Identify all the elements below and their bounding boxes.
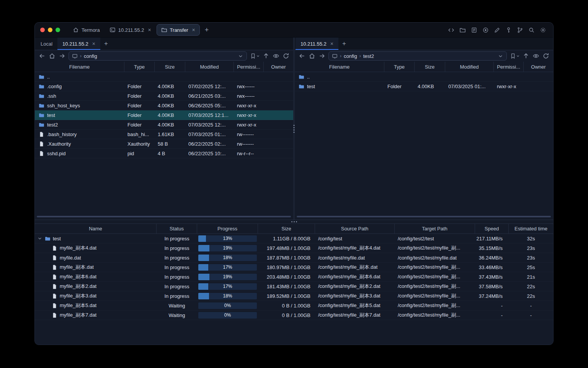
transfer-status: Waiting	[157, 310, 197, 320]
right-add-tab-button[interactable]: +	[338, 38, 350, 50]
left-file-row-ssh[interactable]: .sshFolder4.00KB06/21/2025 03:...rwx----…	[35, 91, 293, 101]
breadcrumb-segment-config[interactable]: config	[84, 53, 97, 59]
refresh-icon[interactable]	[542, 53, 549, 59]
chevron-down-icon[interactable]	[498, 53, 503, 59]
back-icon[interactable]	[299, 53, 305, 59]
right-tab-10-211-55-2[interactable]: 10.211.55.2×	[296, 38, 338, 50]
left-file-row-test[interactable]: testFolder4.00KB07/03/2025 12:1...rwxr-x…	[35, 110, 293, 120]
chevron-down-icon[interactable]	[238, 53, 243, 59]
column-header-owner[interactable]: Owner	[264, 62, 293, 72]
transfer-column-header-estimated-time[interactable]: Estimated time	[509, 224, 553, 233]
left-file-row-item[interactable]: ..	[35, 72, 293, 82]
column-header-type[interactable]: Type	[124, 62, 155, 72]
transfer-row-myfile-7-dat[interactable]: myfile_副本7.datWaiting0%0 B / 1.00GB/conf…	[35, 310, 553, 320]
forward-icon[interactable]	[318, 53, 325, 59]
show-hidden-files-icon[interactable]	[273, 53, 279, 59]
collapse-icon[interactable]	[37, 236, 42, 241]
transfer-column-header-speed[interactable]: Speed	[475, 224, 509, 233]
left-path-field[interactable]: ›config	[69, 51, 247, 61]
file-owner	[264, 91, 293, 100]
search-icon[interactable]	[528, 27, 535, 33]
gear-icon[interactable]	[540, 27, 546, 33]
transfer-column-header-status[interactable]: Status	[157, 224, 197, 233]
close-window-button[interactable]	[40, 28, 45, 32]
close-icon[interactable]: ×	[329, 41, 333, 46]
bookmark-icon[interactable]	[250, 53, 260, 59]
transfer-row-myfile-dat[interactable]: myfile.datIn progress18%187.87MB / 1.00G…	[35, 253, 553, 263]
home-icon[interactable]	[49, 53, 56, 59]
right-horizontal-scrollbar[interactable]	[297, 216, 551, 217]
transfer-column-header-target-path[interactable]: Target Path	[395, 224, 475, 233]
left-tab-local[interactable]: Local	[36, 38, 57, 50]
transfer-column-header-name[interactable]: Name	[35, 224, 157, 233]
transfer-row-myfile-4-dat[interactable]: myfile_副本4.datIn progress19%197.48MB / 1…	[35, 243, 553, 253]
transfer-name: myfile_副本7.dat	[60, 312, 96, 319]
transfer-row-myfile-6-dat[interactable]: myfile_副本6.datIn progress19%203.48MB / 1…	[35, 272, 553, 282]
minimize-window-button[interactable]	[48, 28, 52, 32]
column-header-modified[interactable]: Modified	[185, 62, 234, 72]
back-icon[interactable]	[39, 53, 46, 59]
left-file-row-bash-history[interactable]: .bash_historybash_hi...1.61KB07/03/2025 …	[35, 130, 293, 139]
transfer-row-test[interactable]: testIn progress13%1.11GB / 8.00GB/config…	[35, 234, 553, 243]
left-file-row-test2[interactable]: test2Folder4.00KB07/03/2025 12:...rwxr-x…	[35, 120, 293, 130]
column-header-owner[interactable]: Owner	[524, 62, 553, 72]
column-header-size[interactable]: Size	[415, 62, 445, 72]
file-modified: 07/02/2025 12:...	[185, 82, 234, 91]
window-tab-transfer[interactable]: Transfer×	[157, 24, 200, 36]
refresh-icon[interactable]	[283, 53, 289, 59]
branch-icon[interactable]	[517, 27, 523, 33]
transfer-row-myfile-2-dat[interactable]: myfile_副本2.datIn progress17%181.43MB / 1…	[35, 282, 553, 291]
transfer-row-myfile-5-dat[interactable]: myfile_副本5.datWaiting0%0 B / 1.00GB/conf…	[35, 301, 553, 310]
column-header-filename[interactable]: Filename	[35, 62, 124, 72]
left-file-row-xauthority[interactable]: .XauthorityXauthority58 B06/22/2025 02:.…	[35, 139, 293, 149]
column-header-modified[interactable]: Modified	[445, 62, 494, 72]
home-icon[interactable]	[309, 53, 315, 59]
show-hidden-files-icon[interactable]	[532, 53, 539, 59]
breadcrumb-segment-config[interactable]: config	[344, 53, 357, 59]
transfer-column-header-size[interactable]: Size	[258, 224, 315, 233]
transfer-row-myfile-3-dat[interactable]: myfile_副本3.datIn progress18%189.52MB / 1…	[35, 291, 553, 301]
zoom-window-button[interactable]	[56, 28, 60, 32]
breadcrumb-segment-test2[interactable]: test2	[363, 53, 374, 59]
left-add-tab-button[interactable]: +	[100, 38, 112, 50]
file-owner	[524, 82, 553, 91]
left-horizontal-scrollbar[interactable]	[37, 216, 291, 217]
column-header-filename[interactable]: Filename	[295, 62, 384, 72]
transfer-status: Waiting	[157, 301, 197, 310]
right-path-field[interactable]: ›config›test2	[328, 51, 507, 61]
column-header-type[interactable]: Type	[384, 62, 415, 72]
right-file-row-test[interactable]: testFolder4.00KB07/03/2025 01:...rwxr-xr…	[295, 82, 553, 91]
folder-icon[interactable]	[459, 27, 466, 33]
transfer-column-header-progress[interactable]: Progress	[197, 224, 258, 233]
edit-icon[interactable]	[494, 27, 500, 33]
column-header-permissi[interactable]: Permissi...	[494, 62, 524, 72]
record-icon[interactable]	[482, 27, 489, 33]
log-icon[interactable]	[471, 27, 477, 33]
filename: test	[47, 112, 55, 118]
window-tab-10-211-55-2[interactable]: 10.211.55.2×	[105, 24, 155, 36]
forward-icon[interactable]	[59, 53, 65, 59]
key-icon[interactable]	[505, 27, 512, 33]
bookmark-icon[interactable]	[510, 53, 519, 59]
close-icon[interactable]: ×	[147, 27, 151, 33]
transfer-column-header-source-path[interactable]: Source Path	[315, 224, 395, 233]
left-file-row-config[interactable]: .configFolder4.00KB07/02/2025 12:...rwx-…	[35, 82, 293, 91]
right-file-row-item[interactable]: ..	[295, 72, 553, 82]
left-file-row-ssh-host-keys[interactable]: ssh_host_keysFolder4.00KB06/26/2025 05:.…	[35, 101, 293, 110]
file-size: 58 B	[155, 139, 185, 148]
transfer-speed: 217.11MB/s	[475, 234, 509, 243]
parent-directory-icon[interactable]	[523, 53, 529, 59]
code-icon[interactable]	[448, 27, 454, 33]
horizontal-splitter[interactable]	[35, 220, 553, 224]
window-tab-termora[interactable]: Termora	[69, 24, 104, 36]
parent-directory-icon[interactable]	[263, 53, 270, 59]
close-icon[interactable]: ×	[91, 41, 95, 46]
left-tab-10-211-55-2[interactable]: 10.211.55.2×	[57, 38, 100, 50]
column-header-permissi[interactable]: Permissi...	[234, 62, 264, 72]
transfer-status: In progress	[157, 263, 197, 272]
close-icon[interactable]: ×	[191, 27, 195, 33]
column-header-size[interactable]: Size	[155, 62, 185, 72]
new-window-tab-button[interactable]: +	[205, 26, 209, 33]
left-file-row-sshd-pid[interactable]: sshd.pidpid4 B06/22/2025 10:...rw-r--r--	[35, 149, 293, 158]
transfer-row-myfile-dat[interactable]: myfile_副本.datIn progress17%180.97MB / 1.…	[35, 263, 553, 272]
